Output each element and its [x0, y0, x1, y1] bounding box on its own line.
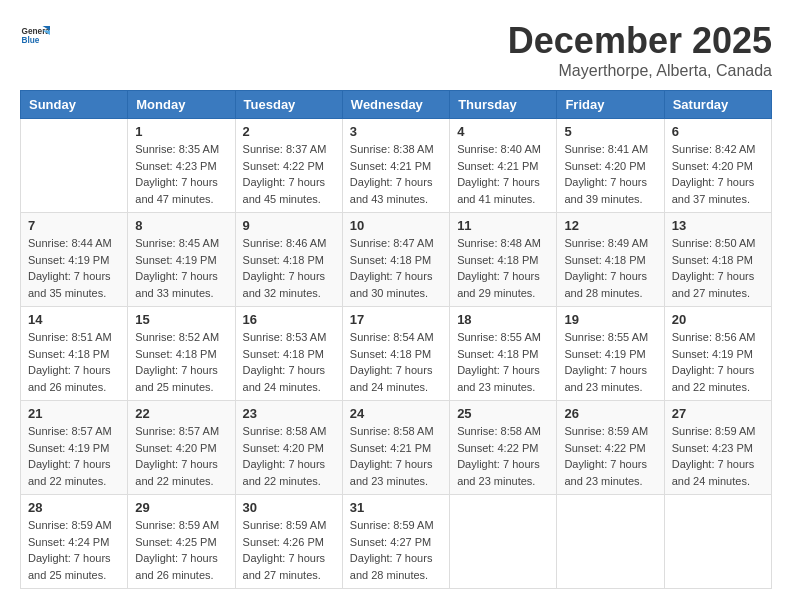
calendar-cell: 10Sunrise: 8:47 AM Sunset: 4:18 PM Dayli… [342, 213, 449, 307]
day-number: 2 [243, 124, 335, 139]
calendar-cell: 9Sunrise: 8:46 AM Sunset: 4:18 PM Daylig… [235, 213, 342, 307]
day-info: Sunrise: 8:59 AM Sunset: 4:22 PM Dayligh… [564, 423, 656, 489]
day-number: 1 [135, 124, 227, 139]
day-number: 26 [564, 406, 656, 421]
day-number: 9 [243, 218, 335, 233]
calendar-cell: 8Sunrise: 8:45 AM Sunset: 4:19 PM Daylig… [128, 213, 235, 307]
day-number: 7 [28, 218, 120, 233]
weekday-header-friday: Friday [557, 91, 664, 119]
day-info: Sunrise: 8:56 AM Sunset: 4:19 PM Dayligh… [672, 329, 764, 395]
calendar-cell: 16Sunrise: 8:53 AM Sunset: 4:18 PM Dayli… [235, 307, 342, 401]
day-info: Sunrise: 8:55 AM Sunset: 4:18 PM Dayligh… [457, 329, 549, 395]
calendar-cell [21, 119, 128, 213]
day-number: 12 [564, 218, 656, 233]
day-number: 24 [350, 406, 442, 421]
calendar-week-row: 1Sunrise: 8:35 AM Sunset: 4:23 PM Daylig… [21, 119, 772, 213]
day-info: Sunrise: 8:35 AM Sunset: 4:23 PM Dayligh… [135, 141, 227, 207]
day-info: Sunrise: 8:58 AM Sunset: 4:20 PM Dayligh… [243, 423, 335, 489]
day-info: Sunrise: 8:55 AM Sunset: 4:19 PM Dayligh… [564, 329, 656, 395]
day-number: 19 [564, 312, 656, 327]
calendar-week-row: 28Sunrise: 8:59 AM Sunset: 4:24 PM Dayli… [21, 495, 772, 589]
day-number: 11 [457, 218, 549, 233]
weekday-header-monday: Monday [128, 91, 235, 119]
day-number: 30 [243, 500, 335, 515]
calendar-cell: 25Sunrise: 8:58 AM Sunset: 4:22 PM Dayli… [450, 401, 557, 495]
day-info: Sunrise: 8:41 AM Sunset: 4:20 PM Dayligh… [564, 141, 656, 207]
calendar-cell: 22Sunrise: 8:57 AM Sunset: 4:20 PM Dayli… [128, 401, 235, 495]
day-info: Sunrise: 8:59 AM Sunset: 4:23 PM Dayligh… [672, 423, 764, 489]
logo: General Blue [20, 20, 50, 50]
day-info: Sunrise: 8:50 AM Sunset: 4:18 PM Dayligh… [672, 235, 764, 301]
calendar-cell: 12Sunrise: 8:49 AM Sunset: 4:18 PM Dayli… [557, 213, 664, 307]
calendar-cell [664, 495, 771, 589]
day-info: Sunrise: 8:58 AM Sunset: 4:22 PM Dayligh… [457, 423, 549, 489]
weekday-header-wednesday: Wednesday [342, 91, 449, 119]
calendar-cell: 31Sunrise: 8:59 AM Sunset: 4:27 PM Dayli… [342, 495, 449, 589]
calendar-cell: 26Sunrise: 8:59 AM Sunset: 4:22 PM Dayli… [557, 401, 664, 495]
day-info: Sunrise: 8:52 AM Sunset: 4:18 PM Dayligh… [135, 329, 227, 395]
calendar-cell: 21Sunrise: 8:57 AM Sunset: 4:19 PM Dayli… [21, 401, 128, 495]
svg-text:Blue: Blue [22, 36, 40, 45]
day-info: Sunrise: 8:54 AM Sunset: 4:18 PM Dayligh… [350, 329, 442, 395]
calendar-cell: 24Sunrise: 8:58 AM Sunset: 4:21 PM Dayli… [342, 401, 449, 495]
day-number: 25 [457, 406, 549, 421]
day-info: Sunrise: 8:57 AM Sunset: 4:20 PM Dayligh… [135, 423, 227, 489]
day-info: Sunrise: 8:58 AM Sunset: 4:21 PM Dayligh… [350, 423, 442, 489]
calendar-cell [450, 495, 557, 589]
day-info: Sunrise: 8:48 AM Sunset: 4:18 PM Dayligh… [457, 235, 549, 301]
logo-icon: General Blue [20, 20, 50, 50]
day-info: Sunrise: 8:59 AM Sunset: 4:24 PM Dayligh… [28, 517, 120, 583]
weekday-header-row: SundayMondayTuesdayWednesdayThursdayFrid… [21, 91, 772, 119]
day-info: Sunrise: 8:40 AM Sunset: 4:21 PM Dayligh… [457, 141, 549, 207]
day-info: Sunrise: 8:47 AM Sunset: 4:18 PM Dayligh… [350, 235, 442, 301]
calendar-cell: 7Sunrise: 8:44 AM Sunset: 4:19 PM Daylig… [21, 213, 128, 307]
calendar-cell: 11Sunrise: 8:48 AM Sunset: 4:18 PM Dayli… [450, 213, 557, 307]
day-number: 3 [350, 124, 442, 139]
calendar-cell: 29Sunrise: 8:59 AM Sunset: 4:25 PM Dayli… [128, 495, 235, 589]
day-info: Sunrise: 8:46 AM Sunset: 4:18 PM Dayligh… [243, 235, 335, 301]
day-info: Sunrise: 8:59 AM Sunset: 4:26 PM Dayligh… [243, 517, 335, 583]
calendar-week-row: 14Sunrise: 8:51 AM Sunset: 4:18 PM Dayli… [21, 307, 772, 401]
calendar-cell: 3Sunrise: 8:38 AM Sunset: 4:21 PM Daylig… [342, 119, 449, 213]
calendar-cell: 27Sunrise: 8:59 AM Sunset: 4:23 PM Dayli… [664, 401, 771, 495]
day-info: Sunrise: 8:49 AM Sunset: 4:18 PM Dayligh… [564, 235, 656, 301]
weekday-header-saturday: Saturday [664, 91, 771, 119]
calendar-cell: 15Sunrise: 8:52 AM Sunset: 4:18 PM Dayli… [128, 307, 235, 401]
day-number: 23 [243, 406, 335, 421]
day-info: Sunrise: 8:45 AM Sunset: 4:19 PM Dayligh… [135, 235, 227, 301]
day-info: Sunrise: 8:44 AM Sunset: 4:19 PM Dayligh… [28, 235, 120, 301]
month-title: December 2025 [508, 20, 772, 62]
calendar-cell: 14Sunrise: 8:51 AM Sunset: 4:18 PM Dayli… [21, 307, 128, 401]
day-number: 18 [457, 312, 549, 327]
calendar-cell: 20Sunrise: 8:56 AM Sunset: 4:19 PM Dayli… [664, 307, 771, 401]
day-info: Sunrise: 8:53 AM Sunset: 4:18 PM Dayligh… [243, 329, 335, 395]
day-number: 17 [350, 312, 442, 327]
calendar-cell: 17Sunrise: 8:54 AM Sunset: 4:18 PM Dayli… [342, 307, 449, 401]
calendar-table: SundayMondayTuesdayWednesdayThursdayFrid… [20, 90, 772, 589]
day-number: 20 [672, 312, 764, 327]
weekday-header-tuesday: Tuesday [235, 91, 342, 119]
day-number: 5 [564, 124, 656, 139]
day-number: 16 [243, 312, 335, 327]
calendar-cell: 5Sunrise: 8:41 AM Sunset: 4:20 PM Daylig… [557, 119, 664, 213]
day-number: 10 [350, 218, 442, 233]
calendar-cell: 6Sunrise: 8:42 AM Sunset: 4:20 PM Daylig… [664, 119, 771, 213]
day-number: 21 [28, 406, 120, 421]
day-number: 4 [457, 124, 549, 139]
calendar-cell: 28Sunrise: 8:59 AM Sunset: 4:24 PM Dayli… [21, 495, 128, 589]
weekday-header-sunday: Sunday [21, 91, 128, 119]
day-info: Sunrise: 8:59 AM Sunset: 4:27 PM Dayligh… [350, 517, 442, 583]
day-number: 14 [28, 312, 120, 327]
calendar-cell: 30Sunrise: 8:59 AM Sunset: 4:26 PM Dayli… [235, 495, 342, 589]
day-number: 13 [672, 218, 764, 233]
day-number: 31 [350, 500, 442, 515]
day-info: Sunrise: 8:37 AM Sunset: 4:22 PM Dayligh… [243, 141, 335, 207]
day-number: 8 [135, 218, 227, 233]
title-area: December 2025 Mayerthorpe, Alberta, Cana… [508, 20, 772, 80]
calendar-week-row: 21Sunrise: 8:57 AM Sunset: 4:19 PM Dayli… [21, 401, 772, 495]
calendar-week-row: 7Sunrise: 8:44 AM Sunset: 4:19 PM Daylig… [21, 213, 772, 307]
calendar-cell: 18Sunrise: 8:55 AM Sunset: 4:18 PM Dayli… [450, 307, 557, 401]
calendar-cell: 4Sunrise: 8:40 AM Sunset: 4:21 PM Daylig… [450, 119, 557, 213]
calendar-cell: 2Sunrise: 8:37 AM Sunset: 4:22 PM Daylig… [235, 119, 342, 213]
day-number: 27 [672, 406, 764, 421]
